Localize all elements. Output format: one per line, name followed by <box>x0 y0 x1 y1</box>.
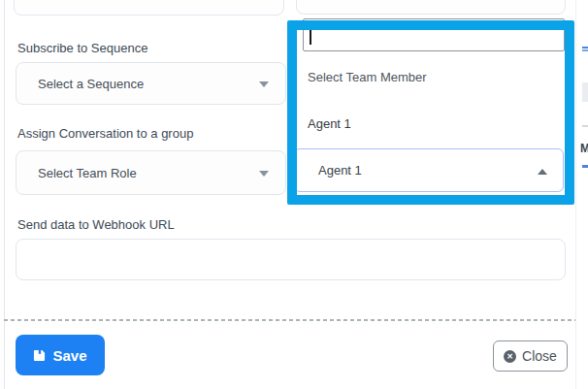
dropdown-option-agent-1[interactable]: Agent 1 <box>308 116 351 131</box>
close-button-label: Close <box>522 348 557 364</box>
modal-left-border <box>4 0 5 389</box>
chevron-down-icon <box>259 171 269 177</box>
save-button[interactable]: Save <box>16 335 105 375</box>
webhook-url-label: Send data to Webhook URL <box>17 217 175 232</box>
truncated-input-top-left[interactable] <box>14 0 284 16</box>
background-fragment-block <box>582 82 588 102</box>
close-button[interactable]: ✕ Close <box>493 340 568 372</box>
subscribe-sequence-label: Subscribe to Sequence <box>17 41 147 55</box>
save-button-label: Save <box>52 347 86 364</box>
background-fragment-dash <box>582 125 588 127</box>
caret-up-icon <box>538 169 547 175</box>
assign-group-label: Assign Conversation to a group <box>17 126 193 141</box>
team-member-search-input[interactable] <box>303 18 565 51</box>
background-partial-text: M <box>580 142 588 155</box>
text-cursor <box>310 27 311 45</box>
background-fragment-line <box>582 165 588 168</box>
sequence-select-value: Select a Sequence <box>38 77 144 91</box>
background-fragment-line <box>582 47 588 49</box>
footer-divider <box>4 319 575 321</box>
team-member-select-value: Agent 1 <box>318 163 362 178</box>
truncated-input-top-right[interactable] <box>296 0 566 15</box>
team-role-select[interactable]: Select Team Role <box>16 150 286 195</box>
background-fragment-line <box>582 49 588 51</box>
team-member-select[interactable]: Agent 1 <box>294 148 564 192</box>
dropdown-option-select-team-member[interactable]: Select Team Member <box>308 70 427 84</box>
modal-right-border <box>575 0 576 389</box>
save-icon <box>33 349 46 362</box>
webhook-url-input[interactable] <box>16 239 566 280</box>
chevron-down-icon <box>259 81 269 87</box>
x-circle-icon: ✕ <box>504 350 516 363</box>
team-role-select-value: Select Team Role <box>38 166 137 180</box>
sequence-select[interactable]: Select a Sequence <box>16 62 286 105</box>
